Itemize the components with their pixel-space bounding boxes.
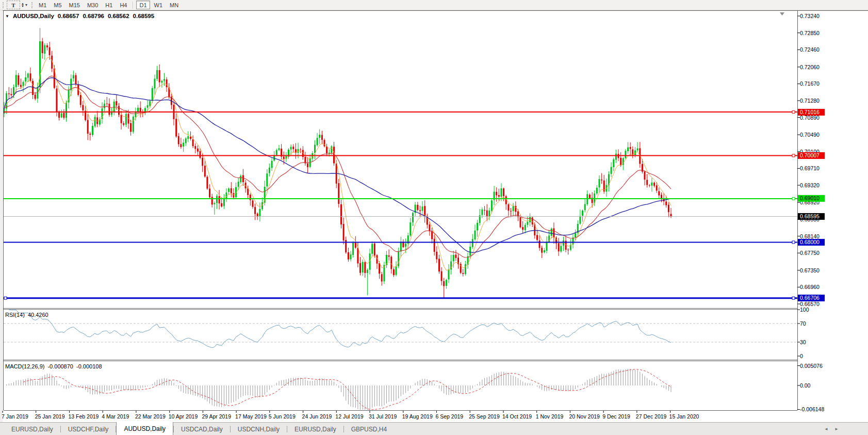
chart-title: ▼ AUDUSD,Daily 0.68657 0.68796 0.68562 0… — [5, 13, 154, 19]
date-axis-tick: 20 Nov 2019 — [569, 413, 600, 420]
toolbar-grip[interactable] — [3, 2, 4, 8]
chart-tab-eurusd-daily[interactable]: EURUSD,Daily — [287, 423, 343, 435]
date-axis-tick: 22 Mar 2019 — [135, 413, 166, 420]
symbol-timeframe-label: AUDUSD,Daily — [13, 13, 54, 19]
macd-axis-tick: 0.00 — [800, 382, 810, 389]
date-axis-tick: 13 Feb 2019 — [68, 413, 99, 420]
arrows-tool-icon[interactable]: ▲▼ — [21, 2, 24, 9]
macd-indicator-label: MACD(12,26,9) -0.000870 -0.000108 — [5, 363, 102, 369]
price-axis-tick: 0.70490 — [800, 132, 820, 138]
date-axis-tick: 25 Jan 2019 — [35, 413, 65, 420]
date-axis-tick: 7 Jan 2019 — [2, 413, 28, 420]
date-axis-tick: 31 Jul 2019 — [369, 413, 397, 420]
date-axis-tick: 29 Apr 2019 — [202, 413, 231, 420]
price-axis-tick: 0.73240 — [800, 13, 820, 19]
macd-axis-tick: -0.006148 — [800, 406, 824, 412]
tab-scroll-left-icon[interactable]: ◄ — [822, 425, 830, 433]
timeframe-button-mn[interactable]: MN — [167, 1, 182, 9]
date-axis-tick: 6 Sep 2019 — [435, 413, 463, 420]
timeframe-button-d1[interactable]: D1 — [136, 1, 150, 9]
timeframe-button-m1[interactable]: M1 — [36, 1, 50, 9]
date-axis-tick: 10 Apr 2019 — [169, 413, 198, 420]
rsi-axis-tick: 0 — [800, 353, 803, 359]
ohlc-close: 0.68595 — [133, 13, 155, 19]
price-axis-tick: 0.68140 — [800, 233, 820, 239]
date-axis-tick: 15 Jan 2020 — [669, 413, 699, 420]
price-level-badge: 0.71016 — [798, 109, 825, 116]
date-axis-tick: 19 Aug 2019 — [402, 413, 433, 420]
macd-name: MACD(12,26,9) — [5, 363, 44, 369]
price-axis-tick: 0.67350 — [800, 267, 820, 273]
date-axis-tick: 17 May 2019 — [235, 413, 267, 420]
rsi-axis-tick: 100 — [800, 307, 809, 313]
chart-tab-usdcnh-daily[interactable]: USDCNH,Daily — [231, 423, 287, 435]
timeframe-button-m30[interactable]: M30 — [84, 1, 101, 9]
chart-tab-gbpusd-h4[interactable]: GBPUSD,H4 — [344, 423, 394, 435]
chart-tab-usdcad-daily[interactable]: USDCAD,Daily — [174, 423, 230, 435]
price-axis-tick: 0.69710 — [800, 165, 820, 171]
down-arrow-glyph: ▼ — [21, 5, 24, 8]
current-price-badge: 0.68595 — [798, 213, 825, 220]
ohlc-high: 0.68796 — [83, 13, 104, 19]
date-axis-tick: 24 Jun 2019 — [302, 413, 332, 420]
timeframe-button-h4[interactable]: H4 — [117, 1, 130, 9]
macd-axis-tick: 0.005076 — [800, 363, 823, 369]
rsi-axis-tick: 30 — [800, 339, 806, 345]
tab-scroll-right-icon[interactable]: ► — [832, 425, 841, 433]
timeframe-button-m5[interactable]: M5 — [51, 1, 64, 9]
rsi-axis-tick: 70 — [800, 320, 806, 327]
rsi-name: RSI(14) — [5, 312, 25, 318]
ohlc-low: 0.68562 — [108, 13, 129, 19]
price-axis-tick: 0.71280 — [800, 98, 820, 104]
price-axis-tick: 0.66960 — [800, 284, 820, 290]
macd-main-value: -0.000870 — [47, 363, 73, 369]
price-axis-tick: 0.69320 — [800, 182, 820, 188]
toolbar-grip[interactable] — [31, 2, 32, 8]
chart-tab-audusd-daily[interactable]: AUDUSD,Daily — [116, 422, 173, 435]
price-level-badge: 0.66706 — [798, 295, 825, 301]
price-level-badge: 0.68000 — [798, 239, 825, 246]
dropdown-caret-icon[interactable]: ▾ — [25, 3, 27, 7]
timeframe-button-w1[interactable]: W1 — [151, 1, 166, 9]
macd-signal-value: -0.000108 — [76, 363, 102, 369]
date-axis-tick: 5 Jun 2019 — [269, 413, 296, 420]
chart-tab-usdchf-daily[interactable]: USDCHF,Daily — [61, 423, 116, 435]
date-axis-tick: 14 Oct 2019 — [502, 413, 532, 420]
price-axis-tick: 0.72460 — [800, 46, 820, 53]
date-axis-tick: 25 Sep 2019 — [469, 413, 500, 420]
date-axis-tick: 1 Nov 2019 — [536, 413, 564, 420]
collapse-triangle-icon[interactable]: ▼ — [5, 14, 9, 19]
chart-tab-bar: EURUSD,DailyUSDCHF,DailyAUDUSD,DailyUSDC… — [0, 422, 868, 435]
timeframe-button-h1[interactable]: H1 — [102, 1, 116, 9]
price-chart-canvas[interactable] — [0, 0, 868, 435]
date-axis-tick: 4 Mar 2019 — [102, 413, 129, 420]
price-axis-tick: 0.67750 — [800, 250, 820, 256]
chart-tab-eurusd-daily[interactable]: EURUSD,Daily — [4, 423, 60, 435]
date-axis-tick: 9 Dec 2019 — [602, 413, 630, 420]
tabbar-pad — [0, 423, 4, 435]
toolbar: T▲▼▾M1M5M15M30H1H4D1W1MN — [0, 0, 868, 10]
rsi-value: 40.4260 — [28, 312, 48, 318]
price-axis-tick: 0.72060 — [800, 64, 820, 70]
price-axis-tick: 0.72850 — [800, 30, 820, 36]
price-axis-tick: 0.71670 — [800, 80, 820, 87]
date-axis-tick: 27 Dec 2019 — [636, 413, 667, 420]
toolbar-separator — [133, 2, 134, 9]
date-axis-tick: 12 Jul 2019 — [335, 413, 363, 420]
text-label-tool-button[interactable]: T — [7, 1, 20, 9]
rsi-indicator-label: RSI(14) 40.4260 — [5, 312, 48, 318]
ohlc-open: 0.68657 — [58, 13, 79, 19]
price-level-badge: 0.70007 — [798, 152, 825, 159]
price-level-badge: 0.69010 — [798, 195, 825, 202]
timeframe-button-m15[interactable]: M15 — [66, 1, 83, 9]
